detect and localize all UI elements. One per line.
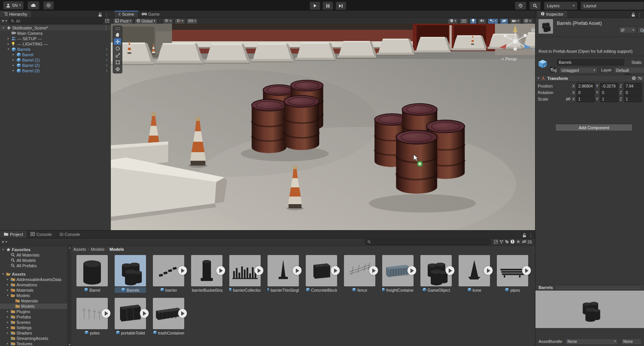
- position-x-field[interactable]: 2.96804: [576, 83, 595, 89]
- camera-settings-dropdown[interactable]: ▾: [510, 18, 521, 24]
- expand-asset-button[interactable]: [331, 266, 340, 275]
- hierarchy-item-barrel-1[interactable]: ▸Barrel (1)›: [0, 57, 111, 63]
- assetbundle-variant-dropdown[interactable]: None: [621, 338, 641, 345]
- tab-inspector[interactable]: Inspector: [537, 11, 567, 18]
- hierarchy-item-barrel-3[interactable]: ▸Barrel (3)›: [0, 68, 111, 73]
- foldout-icon[interactable]: ▸: [6, 282, 10, 288]
- shading-mode-dropdown[interactable]: ▾: [448, 18, 458, 24]
- expand-asset-button[interactable]: [102, 309, 110, 318]
- asset-preview[interactable]: [535, 291, 644, 328]
- foldout-icon[interactable]: ▾: [1, 271, 5, 277]
- foldout-icon[interactable]: ▸: [6, 314, 10, 320]
- hierarchy-item-barrel-2[interactable]: ▸Barrel (2)›: [0, 63, 111, 68]
- scale-tool[interactable]: [114, 52, 121, 58]
- expand-asset-button[interactable]: [369, 266, 378, 275]
- tab-scene[interactable]: # Scene: [115, 11, 138, 18]
- tab-console[interactable]: Console: [27, 231, 55, 238]
- hierarchy-search-input[interactable]: [15, 19, 102, 24]
- chevron-down-icon[interactable]: ▾: [544, 65, 545, 68]
- expand-asset-button[interactable]: [293, 266, 302, 275]
- gizmos-dropdown[interactable]: ▾: [522, 18, 533, 24]
- foldout-icon[interactable]: ▸: [6, 309, 10, 314]
- foldout-icon[interactable]: ▸: [11, 52, 15, 57]
- gameobject-name-field[interactable]: Barrels: [557, 59, 624, 65]
- expand-asset-button[interactable]: [446, 266, 454, 275]
- search-button[interactable]: [529, 2, 541, 10]
- panel-menu-icon[interactable]: ⋮: [104, 13, 109, 18]
- preset-icon[interactable]: [638, 76, 642, 81]
- project-folder-materials[interactable]: Materials: [0, 298, 67, 304]
- handle-rotation-toggle[interactable]: Global▾: [135, 18, 157, 24]
- open-search-window-icon[interactable]: [105, 19, 109, 24]
- hierarchy-item-main-camera[interactable]: Main Camera: [0, 31, 111, 36]
- help-icon[interactable]: ?: [632, 76, 636, 81]
- hierarchy-item-barrel[interactable]: ▸Barrel›: [0, 52, 111, 57]
- layer-dropdown[interactable]: Default: [614, 67, 644, 73]
- open-prefab-button[interactable]: Op: [638, 27, 644, 33]
- asset-thumbnail[interactable]: [115, 298, 146, 329]
- scale-z-field[interactable]: 1: [624, 96, 642, 102]
- transform-tool[interactable]: [114, 66, 121, 72]
- create-asset-button[interactable]: +: [2, 240, 5, 244]
- asset-thumbnail[interactable]: [382, 255, 414, 286]
- foldout-icon[interactable]: ▸: [6, 320, 10, 325]
- scale-y-field[interactable]: 1: [600, 96, 618, 102]
- lock-open-icon[interactable]: [631, 13, 635, 18]
- layers-dropdown[interactable]: Layers▾: [544, 2, 577, 10]
- project-folder-all-models[interactable]: All Models: [0, 258, 67, 263]
- foldout-icon[interactable]: ▸: [6, 341, 10, 346]
- asset-tile-barrier[interactable]: barrier: [153, 255, 184, 293]
- project-folder-shaders[interactable]: ▸Shaders: [0, 330, 67, 336]
- item-menu-icon[interactable]: ⋮: [104, 25, 108, 31]
- rotation-y-field[interactable]: 0: [600, 89, 618, 96]
- asset-thumbnail[interactable]: [420, 255, 452, 286]
- pivot-toggle[interactable]: Pivot▾: [113, 18, 133, 24]
- asset-thumbnail[interactable]: [344, 255, 375, 286]
- position-z-field[interactable]: 7.94: [624, 83, 642, 89]
- project-folder-assets[interactable]: ▾Assets: [0, 271, 67, 277]
- assetbundle-dropdown[interactable]: None▾: [565, 338, 618, 345]
- tag-dropdown[interactable]: Untagged▾: [559, 67, 597, 73]
- foldout-icon[interactable]: ▾: [2, 25, 5, 31]
- project-folder-animations[interactable]: ▸Animations: [0, 282, 67, 288]
- project-folder-scenes[interactable]: ▸Scenes: [0, 320, 67, 325]
- expand-asset-button[interactable]: [484, 266, 493, 275]
- tab-game[interactable]: Game: [138, 11, 164, 18]
- step-button[interactable]: [336, 2, 346, 10]
- properties-list-dropdown[interactable]: ▾: [619, 27, 636, 33]
- hierarchy-item-skidloader-scene[interactable]: ▾Skidloader_Scene*⋮: [0, 25, 111, 31]
- foldout-icon[interactable]: ▸: [6, 288, 10, 293]
- rotation-x-field[interactable]: 0: [576, 89, 595, 96]
- scroll-up-icon[interactable]: ▲: [68, 246, 71, 249]
- foldout-icon[interactable]: ▸: [6, 325, 10, 330]
- cloud-button[interactable]: [28, 1, 39, 10]
- project-folder-models[interactable]: ▾Models: [0, 293, 67, 298]
- create-dropdown-icon[interactable]: ▾: [6, 240, 7, 244]
- project-folder-all-prefabs[interactable]: All Prefabs: [0, 263, 67, 268]
- foldout-icon[interactable]: ▾: [6, 293, 10, 298]
- foldout-icon[interactable]: ▾: [538, 77, 539, 80]
- perspective-label[interactable]: < Persp: [501, 57, 517, 61]
- scene-viewport[interactable]: y x z < Persp: [111, 24, 535, 230]
- preview-header[interactable]: Barrels: [535, 284, 644, 291]
- position-y-field[interactable]: -0.3279: [600, 83, 618, 89]
- project-folder-favorites[interactable]: ▾Favorites: [0, 247, 67, 252]
- create-dropdown-icon[interactable]: ▾: [6, 19, 7, 23]
- tool-settings-button[interactable]: ▾: [187, 18, 198, 24]
- asset-tile-gameobject[interactable]: GameObject: [420, 255, 452, 293]
- breadcrumb-models[interactable]: Models: [91, 247, 104, 252]
- audio-mute-toggle[interactable]: [478, 18, 486, 24]
- grid-snap-button[interactable]: ▾: [163, 18, 173, 24]
- foldout-icon[interactable]: ▾: [6, 47, 10, 52]
- project-folder-addressableassetsdata[interactable]: ▸AddressableAssetsData: [0, 277, 67, 282]
- project-folder-prefabs[interactable]: ▸Prefabs: [0, 314, 67, 320]
- foldout-icon[interactable]: ▸: [6, 277, 10, 282]
- rotation-z-field[interactable]: 0: [624, 89, 642, 96]
- expand-asset-button[interactable]: [178, 309, 187, 318]
- breadcrumb-models[interactable]: Models: [109, 247, 124, 252]
- scroll-down-icon[interactable]: ▼: [68, 343, 71, 346]
- pause-button[interactable]: [323, 2, 333, 10]
- foldout-icon[interactable]: ▸: [11, 63, 15, 68]
- 2d-toggle[interactable]: 2D: [459, 18, 468, 24]
- expand-asset-button[interactable]: [216, 266, 225, 275]
